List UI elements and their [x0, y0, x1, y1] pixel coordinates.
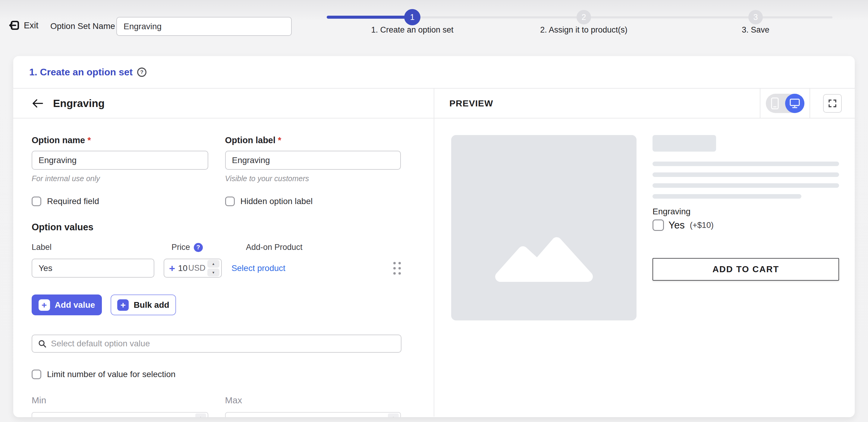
card-header: 1. Create an option set ? — [13, 56, 855, 89]
column-addon: Add-on Product — [246, 243, 303, 252]
mobile-preview-button[interactable] — [766, 94, 784, 113]
exit-icon — [9, 20, 20, 31]
skeleton-line — [652, 183, 839, 188]
step-2-circle: 2 — [577, 10, 591, 24]
add-value-button[interactable]: + Add value — [32, 295, 102, 315]
limit-values-checkbox[interactable] — [32, 369, 41, 379]
search-icon — [38, 339, 47, 348]
topbar: Exit Option Set Name 1 2 3 1. Create an … — [0, 0, 868, 56]
price-decrement-button[interactable]: ▼ — [207, 269, 219, 276]
plus-icon: + — [117, 299, 129, 311]
min-input[interactable] — [32, 412, 208, 417]
max-input[interactable] — [225, 412, 401, 417]
form-title-row: Engraving — [13, 89, 434, 118]
preview-header: PREVIEW — [434, 89, 855, 118]
desktop-preview-button[interactable] — [785, 94, 804, 113]
hidden-option-label-checkbox[interactable] — [225, 197, 235, 206]
price-help-icon[interactable]: ? — [194, 243, 203, 252]
step-3-circle: 3 — [748, 10, 763, 24]
skeleton-line — [652, 194, 801, 199]
option-set-name-input[interactable] — [116, 17, 292, 36]
required-field-label: Required field — [47, 197, 99, 206]
preview-value-price: (+$10) — [690, 221, 714, 230]
image-placeholder-icon — [493, 237, 595, 321]
skeleton-line — [652, 173, 839, 177]
skeleton-line — [652, 161, 839, 166]
fullscreen-button[interactable] — [823, 94, 842, 113]
bulk-add-button[interactable]: + Bulk add — [111, 295, 176, 315]
price-value: 10 — [178, 264, 188, 273]
option-label-helper: Visible to your customers — [225, 174, 401, 183]
device-toggle — [766, 94, 804, 113]
exit-button[interactable]: Exit — [9, 19, 38, 32]
preview-body: Engraving Yes (+$10) ADD TO CART — [434, 118, 855, 417]
form-panel: Engraving Option name* For internal use … — [13, 89, 434, 417]
product-image-placeholder — [451, 135, 637, 321]
option-values-heading: Option values — [32, 222, 401, 233]
preview-value-label: Yes — [669, 219, 685, 231]
step-2-label: 2. Assign it to product(s) — [490, 25, 677, 35]
preview-value-checkbox[interactable] — [652, 219, 664, 231]
option-name-label: Option name* — [32, 135, 208, 145]
option-set-title: Engraving — [53, 97, 104, 110]
help-icon[interactable]: ? — [137, 67, 147, 77]
plus-icon: + — [169, 263, 175, 273]
price-currency: USD — [188, 264, 206, 273]
price-increment-button[interactable]: ▲ — [207, 260, 219, 268]
value-label-input[interactable] — [32, 259, 154, 278]
column-price: Price — [172, 243, 190, 252]
option-value-row: + 10 USD ▲ ▼ Select product — [32, 259, 401, 278]
skeleton-product-title — [652, 135, 716, 152]
required-asterisk: * — [87, 135, 91, 145]
back-button[interactable] — [32, 97, 44, 110]
default-option-value-input[interactable] — [51, 339, 396, 349]
limit-values-label: Limit number of value for selection — [47, 369, 176, 379]
exit-label: Exit — [24, 21, 38, 30]
preview-option-label: Engraving — [652, 207, 839, 216]
required-field-checkbox[interactable] — [32, 197, 41, 206]
option-set-card: 1. Create an option set ? Engraving — [13, 56, 855, 417]
option-label-label: Option label* — [225, 135, 401, 145]
product-info: Engraving Yes (+$10) ADD TO CART — [652, 135, 839, 417]
required-asterisk: * — [278, 135, 281, 145]
svg-text:?: ? — [140, 69, 144, 75]
select-product-link[interactable]: Select product — [231, 264, 285, 273]
default-option-value-select[interactable] — [32, 335, 401, 353]
option-name-helper: For internal use only — [32, 174, 208, 183]
add-to-cart-button[interactable]: ADD TO CART — [652, 258, 839, 281]
option-label-input[interactable] — [225, 151, 401, 170]
step-1-circle: 1 — [404, 9, 421, 25]
price-input[interactable]: + 10 USD ▲ ▼ — [164, 259, 222, 278]
card-header-title: 1. Create an option set — [29, 67, 133, 78]
option-set-name-label: Option Set Name — [50, 21, 115, 31]
preview-title: PREVIEW — [450, 98, 493, 109]
plus-icon: + — [38, 299, 50, 311]
min-label: Min — [32, 395, 208, 405]
preview-value-row: Yes (+$10) — [652, 219, 839, 231]
hidden-option-label-label: Hidden option label — [241, 197, 313, 206]
column-label: Label — [32, 243, 172, 252]
fullscreen-icon — [828, 99, 837, 108]
max-increment-button[interactable]: ▲ — [388, 414, 399, 418]
option-name-input[interactable] — [32, 151, 208, 170]
stepper-progress — [327, 16, 416, 19]
step-3-label: 3. Save — [662, 25, 849, 35]
max-label: Max — [225, 395, 401, 405]
step-1-label: 1. Create an option set — [319, 25, 506, 35]
drag-handle-icon[interactable] — [393, 262, 401, 275]
min-increment-button[interactable]: ▲ — [195, 414, 206, 418]
preview-panel: PREVIEW — [434, 89, 855, 417]
